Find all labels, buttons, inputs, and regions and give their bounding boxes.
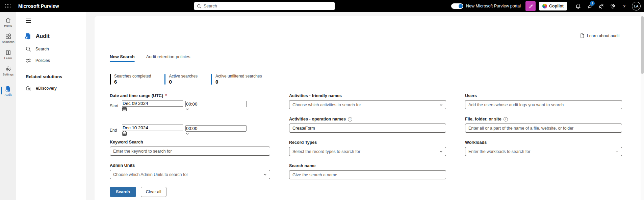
stat-bar: [110, 74, 111, 85]
activities-friendly-input[interactable]: [289, 100, 446, 109]
chevron-down-icon: [185, 107, 189, 111]
account-avatar[interactable]: LA: [632, 2, 641, 10]
users-label: Users: [465, 93, 622, 98]
question-icon: ?: [623, 3, 625, 9]
search-name-input[interactable]: [289, 170, 446, 179]
help-button[interactable]: ?: [618, 0, 630, 12]
keyword-search-label: Keyword Search: [110, 140, 270, 145]
workloads-dropdown[interactable]: [465, 147, 622, 156]
whats-new-button[interactable]: [525, 1, 536, 11]
left-navigation-rail: Home Solutions Learn Settings Audit: [0, 12, 16, 200]
activities-operation-field[interactable]: [289, 124, 446, 133]
tab-new-search[interactable]: New Search: [110, 54, 135, 62]
keyword-search-field[interactable]: [110, 147, 270, 156]
audit-doc-icon: [24, 32, 32, 40]
activities-operation-input[interactable]: [289, 124, 446, 133]
start-date-picker[interactable]: [122, 100, 182, 112]
search-icon: [26, 46, 31, 52]
tab-audit-retention-policies[interactable]: Audit retention policies: [146, 54, 190, 62]
page-scrollbar[interactable]: [641, 12, 644, 200]
ediscovery-icon: [26, 86, 31, 91]
search-button[interactable]: Search: [110, 187, 136, 197]
copilot-button[interactable]: Copilot: [539, 2, 567, 10]
end-date-input[interactable]: [122, 125, 183, 131]
search-name-field[interactable]: [289, 170, 446, 179]
rail-item-audit[interactable]: Audit: [0, 84, 16, 98]
sidebar-divider: [26, 70, 86, 70]
copilot-icon: [542, 4, 547, 8]
start-date-row: Start: [110, 100, 270, 112]
audit-doc-icon: [5, 86, 11, 92]
search-name-label: Search name: [289, 163, 446, 168]
tab-bar: New Search Audit retention policies: [110, 54, 641, 62]
start-time-dropdown[interactable]: [185, 101, 270, 111]
rail-item-solutions[interactable]: Solutions: [0, 31, 16, 46]
record-types-dropdown[interactable]: [289, 147, 446, 156]
stat-searches-completed: Searches completed 6: [110, 74, 151, 85]
stat-value: 0: [215, 79, 262, 85]
activities-operation-label: Activities - operation names i: [289, 117, 446, 121]
learn-about-audit-link[interactable]: Learn about audit: [580, 33, 620, 38]
file-folder-site-field[interactable]: [465, 124, 622, 133]
notifications-button[interactable]: [572, 0, 584, 12]
sidebar-item-ediscovery[interactable]: eDiscovery: [16, 83, 86, 94]
gear-icon: [610, 3, 616, 9]
required-asterisk: *: [165, 93, 167, 98]
app-title: Microsoft Purview: [18, 3, 59, 9]
rail-divider: [3, 81, 13, 81]
record-types-label: Record Types: [289, 140, 446, 145]
info-icon[interactable]: i: [504, 117, 508, 121]
sidebar-item-search[interactable]: Search: [16, 43, 86, 55]
activities-friendly-label: Activities - friendly names: [289, 93, 446, 98]
settings-button[interactable]: [607, 0, 618, 12]
sidebar-title: Audit: [36, 33, 50, 39]
sparkle-pen-icon: [528, 3, 533, 9]
waffle-icon: [5, 4, 11, 8]
notification-badge: 1: [590, 1, 595, 6]
file-folder-site-input[interactable]: [465, 124, 622, 133]
copilot-label: Copilot: [549, 4, 564, 8]
sidebar-header: Audit: [24, 32, 86, 40]
clear-all-button[interactable]: Clear all: [141, 187, 166, 197]
start-time-input[interactable]: [185, 101, 247, 107]
feedback-button[interactable]: 1: [584, 0, 595, 12]
audit-main-panel: Learn about audit New Search Audit reten…: [95, 16, 641, 200]
stat-value: 0: [169, 79, 198, 85]
solutions-grid-icon: [5, 33, 11, 40]
rail-item-home[interactable]: Home: [0, 15, 16, 29]
scrollbar-thumb[interactable]: [641, 16, 644, 74]
sidebar-item-policies[interactable]: Policies: [16, 55, 86, 66]
end-time-dropdown[interactable]: [185, 125, 270, 136]
app-launcher-button[interactable]: [0, 0, 16, 12]
stat-bar: [164, 74, 165, 85]
activities-friendly-dropdown[interactable]: [289, 100, 446, 109]
audit-sidebar: Audit Search Policies Related solutions …: [16, 12, 86, 200]
users-field[interactable]: [465, 100, 622, 109]
date-range-label: Date and time range (UTC)*: [110, 93, 270, 98]
start-date-input[interactable]: [122, 100, 183, 107]
new-portal-toggle[interactable]: [451, 3, 463, 9]
collapse-sidebar-button[interactable]: [26, 17, 33, 24]
global-search-box[interactable]: [194, 2, 335, 10]
stat-active-searches: Active searches 0: [164, 74, 198, 85]
info-icon[interactable]: i: [348, 117, 352, 121]
search-icon: [197, 4, 201, 8]
calendar-icon: [122, 107, 127, 112]
end-time-input[interactable]: [185, 125, 247, 132]
search-form: Date and time range (UTC)* Start: [110, 93, 641, 197]
record-types-input[interactable]: [289, 147, 446, 156]
gear-icon: [5, 66, 11, 72]
workloads-input[interactable]: [465, 147, 622, 156]
calendar-icon: [122, 131, 127, 136]
users-input[interactable]: [465, 100, 622, 109]
search-stats: Searches completed 6 Active searches 0 A…: [110, 74, 641, 85]
end-date-picker[interactable]: [122, 125, 182, 136]
admin-units-input[interactable]: [110, 170, 270, 179]
book-icon: [5, 49, 11, 56]
global-search-input[interactable]: [204, 4, 332, 8]
keyword-search-input[interactable]: [110, 147, 270, 156]
rail-item-settings[interactable]: Settings: [0, 64, 16, 78]
admin-units-dropdown[interactable]: [110, 170, 270, 179]
community-button[interactable]: [595, 0, 607, 12]
rail-item-learn[interactable]: Learn: [0, 48, 16, 62]
